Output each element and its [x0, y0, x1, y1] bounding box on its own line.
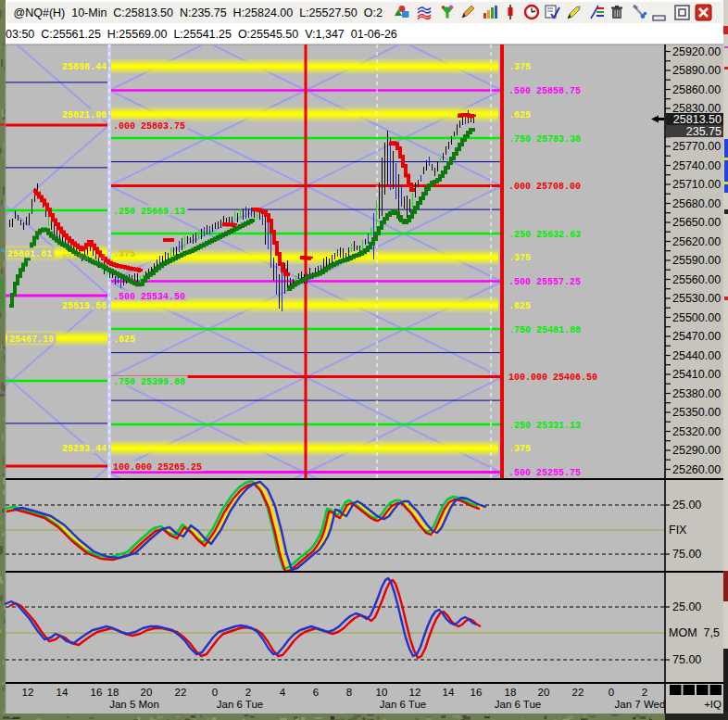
- svg-text:.000 25708.00: .000 25708.00: [508, 182, 581, 192]
- svg-text:25440.00: 25440.00: [672, 349, 721, 362]
- svg-text:25601.81: 25601.81: [7, 249, 52, 259]
- svg-text:75.00: 75.00: [672, 548, 701, 561]
- svg-text:16: 16: [91, 687, 103, 698]
- svg-text:25650.00: 25650.00: [672, 216, 721, 229]
- svg-text:25380.00: 25380.00: [672, 387, 721, 400]
- svg-text:6: 6: [313, 687, 319, 698]
- svg-text:25290.00: 25290.00: [672, 444, 721, 457]
- svg-text:20: 20: [538, 687, 550, 698]
- svg-text:FIX: FIX: [669, 524, 687, 537]
- svg-text:2: 2: [642, 687, 647, 698]
- svg-text:25560.00: 25560.00: [672, 273, 721, 286]
- svg-text:22: 22: [175, 687, 187, 698]
- svg-text:25821.06: 25821.06: [62, 110, 107, 120]
- svg-text:25519.56: 25519.56: [62, 301, 107, 311]
- svg-text:.250 25632.63: .250 25632.63: [508, 230, 581, 240]
- svg-text:Jan 6 Tue: Jan 6 Tue: [380, 699, 427, 710]
- svg-text:.500 25534.50: .500 25534.50: [113, 292, 185, 302]
- svg-text:25320.00: 25320.00: [672, 425, 721, 438]
- svg-text:20: 20: [141, 687, 153, 698]
- svg-text:25500.00: 25500.00: [672, 311, 721, 324]
- svg-text:Jan 7 Wed: Jan 7 Wed: [615, 699, 666, 710]
- svg-text:25467.19: 25467.19: [9, 335, 54, 345]
- svg-text:Jan 6 Tue: Jan 6 Tue: [217, 699, 264, 710]
- svg-text:25410.00: 25410.00: [672, 368, 721, 381]
- svg-text:.750 25783.38: .750 25783.38: [508, 134, 581, 145]
- svg-text:25530.00: 25530.00: [672, 292, 721, 305]
- svg-text:25620.00: 25620.00: [672, 235, 721, 248]
- svg-text:4: 4: [280, 687, 286, 698]
- svg-text:25813.50: 25813.50: [673, 113, 722, 126]
- svg-text:.375: .375: [508, 444, 531, 454]
- svg-text:25260.00: 25260.00: [672, 463, 721, 476]
- svg-text:16: 16: [471, 687, 483, 698]
- svg-text:25590.00: 25590.00: [672, 254, 721, 267]
- svg-text:25293.44: 25293.44: [62, 444, 107, 454]
- svg-text:2: 2: [245, 687, 251, 698]
- svg-text:12: 12: [22, 687, 34, 698]
- svg-text:25920.00: 25920.00: [672, 45, 721, 58]
- svg-text:.625: .625: [508, 301, 531, 311]
- svg-text:100.000 25265.25: 100.000 25265.25: [113, 462, 202, 473]
- svg-text:.500 25858.75: .500 25858.75: [508, 86, 581, 96]
- svg-text:8: 8: [346, 687, 352, 698]
- svg-text:25470.00: 25470.00: [672, 330, 721, 343]
- svg-text:.750 25399.88: .750 25399.88: [113, 377, 185, 387]
- svg-text:18: 18: [107, 687, 119, 698]
- svg-text:25594.94: 25594.94: [61, 253, 106, 263]
- svg-text:03:50 C:25561.25 H:25569.00: 03:50 C:25561.25 H:25569.00 L:25541.25 O…: [6, 28, 397, 41]
- svg-text:.500 25255.75: .500 25255.75: [508, 468, 581, 478]
- svg-text:18: 18: [505, 687, 517, 698]
- svg-text:10: 10: [376, 687, 388, 698]
- svg-text:+IQ: +IQ: [704, 699, 722, 710]
- svg-text:0: 0: [609, 687, 614, 698]
- svg-text:MOM 7,5: MOM 7,5: [669, 626, 720, 639]
- svg-text:0: 0: [212, 687, 218, 698]
- svg-text:14: 14: [443, 687, 455, 698]
- svg-text:Jan 5 Mon: Jan 5 Mon: [109, 699, 159, 710]
- svg-text:22: 22: [572, 687, 584, 698]
- svg-text:.250 25669.13: .250 25669.13: [113, 207, 185, 217]
- svg-text:12: 12: [409, 687, 421, 698]
- svg-text:25896.44: 25896.44: [62, 62, 107, 72]
- svg-text:.250 25331.13: .250 25331.13: [508, 421, 581, 431]
- svg-text:25.00: 25.00: [672, 600, 701, 613]
- svg-text:25350.00: 25350.00: [672, 406, 721, 419]
- svg-text:.375: .375: [508, 253, 531, 263]
- svg-text:.625: .625: [508, 110, 531, 120]
- svg-text:.375: .375: [508, 62, 531, 72]
- svg-text:25890.00: 25890.00: [672, 64, 721, 77]
- svg-text:100.000 25406.50: 100.000 25406.50: [508, 373, 597, 383]
- svg-text:25740.00: 25740.00: [672, 159, 721, 172]
- svg-text:25860.00: 25860.00: [672, 83, 721, 96]
- svg-text:@NQ#(H) 10-Min C:25813.50 N: @NQ#(H) 10-Min C:25813.50 N:235.75 H:258…: [14, 6, 383, 19]
- svg-text:.500 25557.25: .500 25557.25: [508, 277, 581, 287]
- svg-text:25770.00: 25770.00: [672, 140, 721, 153]
- svg-text:Jan 6 Tue: Jan 6 Tue: [495, 699, 542, 710]
- svg-text:235.75: 235.75: [686, 125, 722, 138]
- svg-text:.375: .375: [113, 249, 135, 259]
- svg-text:25.00: 25.00: [672, 499, 701, 512]
- svg-text:.625: .625: [113, 335, 135, 345]
- svg-text:.000 25803.75: .000 25803.75: [113, 121, 185, 132]
- svg-text:.750 25481.88: .750 25481.88: [508, 325, 581, 335]
- svg-text:25680.00: 25680.00: [672, 197, 721, 210]
- svg-text:14: 14: [56, 687, 69, 698]
- svg-text:75.00: 75.00: [672, 653, 701, 666]
- svg-text:25710.00: 25710.00: [672, 178, 721, 191]
